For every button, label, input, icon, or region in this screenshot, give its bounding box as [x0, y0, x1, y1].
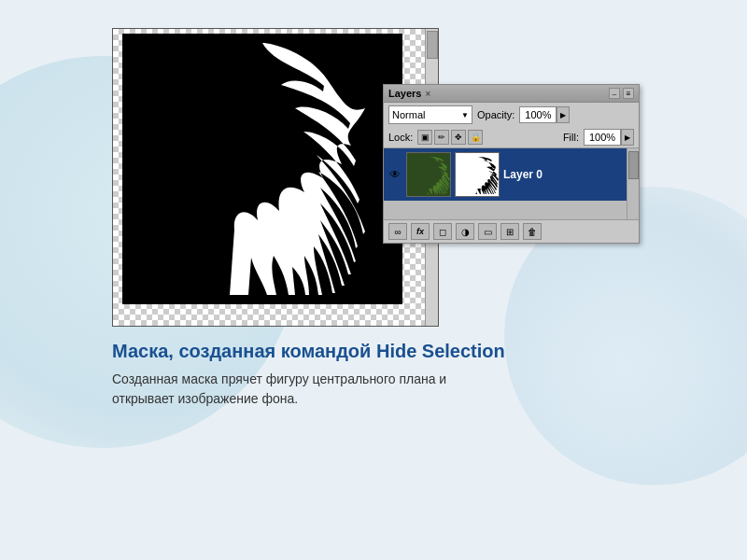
new-layer-button[interactable]: ⊞	[500, 223, 519, 240]
lock-label: Lock:	[388, 132, 413, 143]
layers-empty-space	[384, 201, 639, 219]
layer-thumb-svg	[407, 153, 451, 197]
layers-blend-opacity-row: Normal ▼ Opacity: 100% ▶	[384, 103, 639, 127]
content-wrapper: Layers × – ≡ Normal ▼ Opacity: 100% ▶	[112, 28, 654, 409]
layer-mask-thumbnail	[455, 152, 500, 197]
layer-mask-thumb-svg	[456, 153, 500, 197]
layer-adjustment-button[interactable]: ◑	[456, 223, 474, 240]
layers-bottom-toolbar: ∞ fx ◻ ◑ ▭ ⊞ 🗑	[384, 219, 639, 243]
delete-layer-button[interactable]: 🗑	[523, 223, 542, 240]
opacity-control: 100% ▶	[519, 106, 570, 123]
canvas-scrollbar-thumb[interactable]	[427, 31, 438, 59]
sub-text-line1: Созданная маска прячет фигуру центрально…	[112, 370, 654, 409]
layers-panel-scrollbar-thumb[interactable]	[628, 151, 639, 179]
fill-control: 100% ▶	[584, 129, 634, 146]
layer-visibility-eye-icon[interactable]: 👁	[388, 167, 402, 182]
layer-name-label: Layer 0	[503, 168, 635, 181]
blend-mode-value: Normal	[392, 109, 425, 120]
blend-mode-dropdown[interactable]: Normal ▼	[388, 105, 472, 124]
opacity-input[interactable]: 100%	[519, 106, 557, 123]
layer-mask-button[interactable]: ◻	[433, 223, 452, 240]
layers-close-x: ×	[425, 89, 430, 99]
fill-arrow-button[interactable]: ▶	[621, 129, 634, 146]
layer-fx-button[interactable]: fx	[411, 223, 430, 240]
canvas-leaf-svg	[122, 34, 402, 304]
opacity-label: Opacity:	[477, 109, 514, 120]
fill-input[interactable]: 100%	[584, 129, 621, 146]
description-line1: Созданная маска прячет фигуру центрально…	[112, 371, 446, 386]
layers-panel-scrollbar[interactable]	[627, 148, 639, 219]
lock-move-button[interactable]: ✥	[451, 130, 466, 145]
layers-panel: Layers × – ≡ Normal ▼ Opacity: 100% ▶	[383, 84, 640, 244]
layers-panel-title: Layers	[388, 88, 421, 99]
layers-menu-button[interactable]: ≡	[623, 88, 634, 99]
lock-paint-button[interactable]: ✏	[434, 130, 449, 145]
blend-mode-arrow-icon: ▼	[461, 111, 469, 119]
layer-link-button[interactable]: ∞	[388, 223, 407, 240]
description-line2: открывает изображение фона.	[112, 391, 298, 406]
layers-title-right: – ≡	[609, 88, 634, 99]
layers-title-left: Layers ×	[388, 88, 430, 99]
layer-group-button[interactable]: ▭	[478, 223, 497, 240]
lock-icons-group: ▣ ✏ ✥ 🔒	[417, 130, 483, 145]
text-section: Маска, созданная командой Hide Selection…	[112, 341, 654, 409]
layers-content-area: 👁 Layer 0	[384, 147, 639, 219]
layers-minimize-button[interactable]: –	[609, 88, 620, 99]
opacity-arrow-button[interactable]: ▶	[557, 106, 570, 123]
layer-thumbnail	[406, 152, 451, 197]
fill-label: Fill:	[563, 132, 579, 143]
lock-transparent-button[interactable]: ▣	[417, 130, 432, 145]
lock-all-button[interactable]: 🔒	[468, 130, 483, 145]
layers-titlebar: Layers × – ≡	[384, 85, 639, 103]
layer-row[interactable]: 👁 Layer 0	[384, 148, 639, 201]
main-title: Маска, созданная командой Hide Selection	[112, 341, 654, 362]
layers-lock-fill-row: Lock: ▣ ✏ ✥ 🔒 Fill: 100% ▶	[384, 127, 639, 147]
